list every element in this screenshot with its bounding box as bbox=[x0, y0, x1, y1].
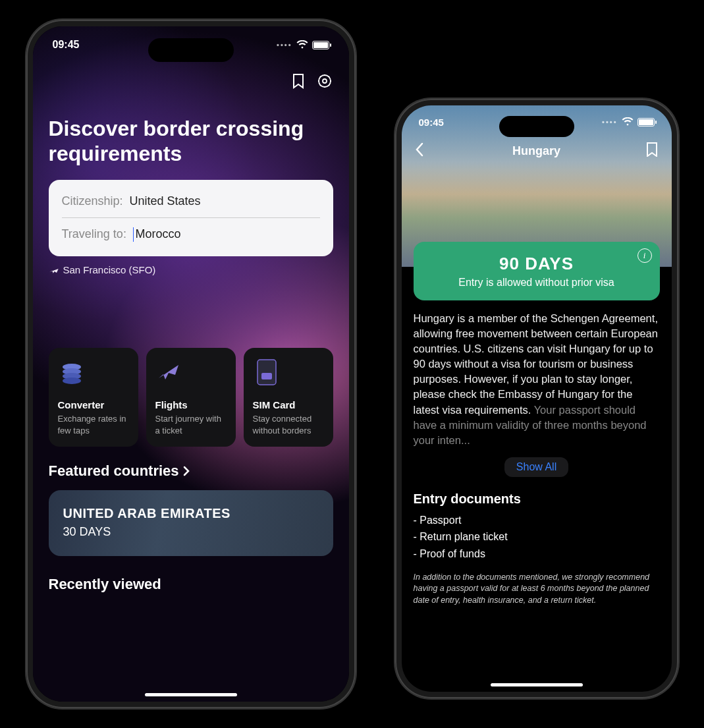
country-description: Hungary is a member of the Schengen Agre… bbox=[414, 311, 660, 448]
tool-title: SIM Card bbox=[253, 399, 324, 410]
destination-label: Traveling to: bbox=[62, 227, 126, 241]
text-cursor bbox=[133, 227, 134, 242]
info-icon[interactable]: i bbox=[637, 248, 652, 263]
entry-documents-list: - Passport - Return plane ticket - Proof… bbox=[414, 512, 660, 563]
home-indicator[interactable] bbox=[145, 693, 237, 696]
svg-point-0 bbox=[319, 75, 331, 87]
citizenship-field[interactable]: Citizenship: United States bbox=[62, 192, 320, 211]
featured-countries-header[interactable]: Featured countries bbox=[49, 462, 333, 480]
status-time: 09:45 bbox=[53, 39, 80, 51]
departure-airport[interactable]: San Francisco (SFO) bbox=[49, 264, 333, 275]
show-all-button[interactable]: Show All bbox=[504, 457, 568, 477]
list-item: - Return plane ticket bbox=[414, 528, 660, 546]
page-title: Hungary bbox=[512, 144, 560, 158]
entry-documents-header: Entry documents bbox=[414, 491, 660, 507]
visa-days: 90 DAYS bbox=[425, 254, 648, 274]
list-item: - Passport bbox=[414, 512, 660, 529]
citizenship-label: Citizenship: bbox=[62, 194, 123, 208]
phone-mockup-home: 09:45 •••• Discover border crossing requ… bbox=[26, 20, 356, 708]
tool-card-sim[interactable]: SIM Card Stay connected without borders bbox=[244, 348, 333, 447]
destination-field[interactable]: Traveling to: Morocco bbox=[62, 225, 320, 244]
phone-mockup-detail: 09:45 •••• Hungary bbox=[395, 99, 678, 698]
battery-icon bbox=[637, 118, 655, 126]
section-header-label: Recently viewed bbox=[49, 576, 161, 593]
country-name: UNITED ARAB EMIRATES bbox=[63, 506, 319, 521]
bookmark-icon[interactable] bbox=[290, 72, 307, 90]
tool-card-converter[interactable]: Converter Exchange rates in few taps bbox=[49, 348, 138, 447]
cellular-icon: •••• bbox=[277, 41, 292, 49]
home-indicator[interactable] bbox=[491, 683, 583, 686]
tool-card-flights[interactable]: Flights Start journey with a ticket bbox=[146, 348, 236, 447]
svg-rect-6 bbox=[257, 360, 276, 385]
featured-country-card[interactable]: UNITED ARAB EMIRATES 30 DAYS bbox=[49, 490, 333, 556]
list-item: - Proof of funds bbox=[414, 546, 660, 563]
departure-text: San Francisco (SFO) bbox=[63, 264, 156, 275]
visa-message: Entry is allowed without prior visa bbox=[425, 277, 648, 289]
gear-icon[interactable] bbox=[316, 72, 333, 90]
bookmark-icon[interactable] bbox=[638, 142, 658, 159]
battery-icon bbox=[312, 41, 329, 49]
visa-status-card: i 90 DAYS Entry is allowed without prior… bbox=[414, 242, 660, 300]
svg-point-5 bbox=[63, 378, 81, 384]
tool-title: Flights bbox=[155, 399, 227, 410]
search-card: Citizenship: United States Traveling to:… bbox=[49, 180, 333, 256]
country-days: 30 DAYS bbox=[63, 525, 319, 539]
notch bbox=[499, 116, 574, 137]
tool-desc: Stay connected without borders bbox=[253, 413, 324, 436]
tool-desc: Start journey with a ticket bbox=[155, 413, 227, 436]
notch bbox=[148, 38, 234, 62]
wifi-icon bbox=[296, 40, 308, 49]
citizenship-value: United States bbox=[130, 194, 201, 208]
wifi-icon bbox=[622, 117, 634, 126]
divider bbox=[62, 217, 320, 218]
recently-viewed-header[interactable]: Recently viewed bbox=[49, 576, 333, 593]
chevron-right-icon bbox=[182, 465, 191, 477]
cellular-icon: •••• bbox=[602, 118, 617, 126]
coins-icon bbox=[58, 358, 86, 386]
page-title: Discover border crossing requirements bbox=[49, 116, 333, 167]
section-header-label: Featured countries bbox=[49, 462, 179, 480]
documents-note: In addition to the documents mentioned, … bbox=[414, 572, 660, 607]
sim-icon bbox=[253, 358, 281, 386]
back-button[interactable] bbox=[415, 142, 435, 159]
status-time: 09:45 bbox=[419, 117, 444, 128]
plane-icon bbox=[49, 265, 59, 275]
plane-icon bbox=[155, 358, 183, 386]
destination-value: Morocco bbox=[135, 227, 180, 240]
tool-title: Converter bbox=[58, 399, 129, 410]
svg-point-1 bbox=[323, 79, 327, 83]
svg-rect-7 bbox=[261, 373, 272, 379]
tool-desc: Exchange rates in few taps bbox=[58, 413, 129, 436]
